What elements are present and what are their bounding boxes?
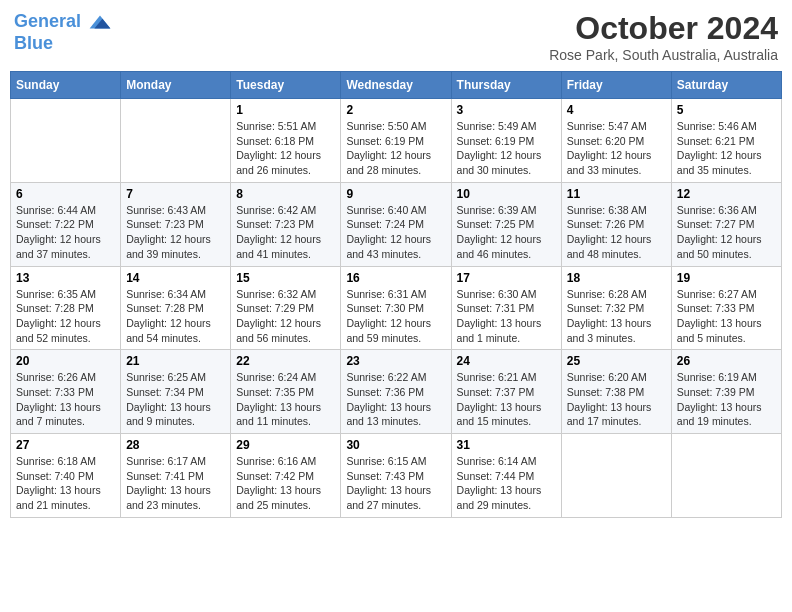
calendar-cell [11, 99, 121, 183]
day-info: Sunrise: 6:38 AM Sunset: 7:26 PM Dayligh… [567, 203, 666, 262]
day-info: Sunrise: 5:51 AM Sunset: 6:18 PM Dayligh… [236, 119, 335, 178]
calendar-cell: 19Sunrise: 6:27 AM Sunset: 7:33 PM Dayli… [671, 266, 781, 350]
calendar-cell: 10Sunrise: 6:39 AM Sunset: 7:25 PM Dayli… [451, 182, 561, 266]
day-info: Sunrise: 6:35 AM Sunset: 7:28 PM Dayligh… [16, 287, 115, 346]
day-number: 5 [677, 103, 776, 117]
day-info: Sunrise: 6:26 AM Sunset: 7:33 PM Dayligh… [16, 370, 115, 429]
day-info: Sunrise: 6:22 AM Sunset: 7:36 PM Dayligh… [346, 370, 445, 429]
calendar-cell: 6Sunrise: 6:44 AM Sunset: 7:22 PM Daylig… [11, 182, 121, 266]
day-number: 29 [236, 438, 335, 452]
calendar-cell: 7Sunrise: 6:43 AM Sunset: 7:23 PM Daylig… [121, 182, 231, 266]
header-day-friday: Friday [561, 72, 671, 99]
day-info: Sunrise: 6:44 AM Sunset: 7:22 PM Dayligh… [16, 203, 115, 262]
day-info: Sunrise: 6:31 AM Sunset: 7:30 PM Dayligh… [346, 287, 445, 346]
day-number: 6 [16, 187, 115, 201]
day-number: 22 [236, 354, 335, 368]
calendar-cell: 12Sunrise: 6:36 AM Sunset: 7:27 PM Dayli… [671, 182, 781, 266]
calendar-cell: 24Sunrise: 6:21 AM Sunset: 7:37 PM Dayli… [451, 350, 561, 434]
day-number: 2 [346, 103, 445, 117]
calendar-cell [671, 434, 781, 518]
day-number: 13 [16, 271, 115, 285]
location-title: Rose Park, South Australia, Australia [549, 47, 778, 63]
month-title: October 2024 [549, 10, 778, 47]
day-info: Sunrise: 6:42 AM Sunset: 7:23 PM Dayligh… [236, 203, 335, 262]
day-info: Sunrise: 6:24 AM Sunset: 7:35 PM Dayligh… [236, 370, 335, 429]
day-number: 16 [346, 271, 445, 285]
calendar-cell: 20Sunrise: 6:26 AM Sunset: 7:33 PM Dayli… [11, 350, 121, 434]
calendar-cell: 2Sunrise: 5:50 AM Sunset: 6:19 PM Daylig… [341, 99, 451, 183]
calendar-table: SundayMondayTuesdayWednesdayThursdayFrid… [10, 71, 782, 518]
calendar-cell [121, 99, 231, 183]
day-info: Sunrise: 6:16 AM Sunset: 7:42 PM Dayligh… [236, 454, 335, 513]
calendar-cell: 14Sunrise: 6:34 AM Sunset: 7:28 PM Dayli… [121, 266, 231, 350]
calendar-cell: 15Sunrise: 6:32 AM Sunset: 7:29 PM Dayli… [231, 266, 341, 350]
day-number: 1 [236, 103, 335, 117]
logo-text: General [14, 10, 112, 34]
calendar-cell: 4Sunrise: 5:47 AM Sunset: 6:20 PM Daylig… [561, 99, 671, 183]
calendar-week-1: 1Sunrise: 5:51 AM Sunset: 6:18 PM Daylig… [11, 99, 782, 183]
day-info: Sunrise: 6:40 AM Sunset: 7:24 PM Dayligh… [346, 203, 445, 262]
calendar-cell: 18Sunrise: 6:28 AM Sunset: 7:32 PM Dayli… [561, 266, 671, 350]
day-number: 15 [236, 271, 335, 285]
header-day-thursday: Thursday [451, 72, 561, 99]
day-number: 10 [457, 187, 556, 201]
calendar-cell: 30Sunrise: 6:15 AM Sunset: 7:43 PM Dayli… [341, 434, 451, 518]
day-info: Sunrise: 6:27 AM Sunset: 7:33 PM Dayligh… [677, 287, 776, 346]
calendar-cell: 11Sunrise: 6:38 AM Sunset: 7:26 PM Dayli… [561, 182, 671, 266]
calendar-cell: 25Sunrise: 6:20 AM Sunset: 7:38 PM Dayli… [561, 350, 671, 434]
day-number: 18 [567, 271, 666, 285]
day-number: 20 [16, 354, 115, 368]
calendar-cell: 8Sunrise: 6:42 AM Sunset: 7:23 PM Daylig… [231, 182, 341, 266]
day-number: 27 [16, 438, 115, 452]
day-info: Sunrise: 5:46 AM Sunset: 6:21 PM Dayligh… [677, 119, 776, 178]
calendar-cell: 29Sunrise: 6:16 AM Sunset: 7:42 PM Dayli… [231, 434, 341, 518]
day-info: Sunrise: 6:18 AM Sunset: 7:40 PM Dayligh… [16, 454, 115, 513]
day-info: Sunrise: 6:15 AM Sunset: 7:43 PM Dayligh… [346, 454, 445, 513]
calendar-cell: 16Sunrise: 6:31 AM Sunset: 7:30 PM Dayli… [341, 266, 451, 350]
day-number: 12 [677, 187, 776, 201]
calendar-header-row: SundayMondayTuesdayWednesdayThursdayFrid… [11, 72, 782, 99]
day-number: 26 [677, 354, 776, 368]
day-number: 8 [236, 187, 335, 201]
header-day-sunday: Sunday [11, 72, 121, 99]
calendar-cell: 22Sunrise: 6:24 AM Sunset: 7:35 PM Dayli… [231, 350, 341, 434]
calendar-week-5: 27Sunrise: 6:18 AM Sunset: 7:40 PM Dayli… [11, 434, 782, 518]
header-day-monday: Monday [121, 72, 231, 99]
page-header: General Blue October 2024 Rose Park, Sou… [10, 10, 782, 63]
logo-icon [88, 10, 112, 34]
calendar-cell: 5Sunrise: 5:46 AM Sunset: 6:21 PM Daylig… [671, 99, 781, 183]
day-info: Sunrise: 6:28 AM Sunset: 7:32 PM Dayligh… [567, 287, 666, 346]
day-number: 3 [457, 103, 556, 117]
day-info: Sunrise: 6:14 AM Sunset: 7:44 PM Dayligh… [457, 454, 556, 513]
day-info: Sunrise: 6:32 AM Sunset: 7:29 PM Dayligh… [236, 287, 335, 346]
day-info: Sunrise: 6:21 AM Sunset: 7:37 PM Dayligh… [457, 370, 556, 429]
header-day-wednesday: Wednesday [341, 72, 451, 99]
day-number: 30 [346, 438, 445, 452]
calendar-cell: 3Sunrise: 5:49 AM Sunset: 6:19 PM Daylig… [451, 99, 561, 183]
calendar-week-2: 6Sunrise: 6:44 AM Sunset: 7:22 PM Daylig… [11, 182, 782, 266]
day-number: 14 [126, 271, 225, 285]
day-number: 9 [346, 187, 445, 201]
logo-text-blue: Blue [14, 34, 112, 54]
calendar-cell: 26Sunrise: 6:19 AM Sunset: 7:39 PM Dayli… [671, 350, 781, 434]
day-number: 31 [457, 438, 556, 452]
calendar-cell: 21Sunrise: 6:25 AM Sunset: 7:34 PM Dayli… [121, 350, 231, 434]
day-info: Sunrise: 6:43 AM Sunset: 7:23 PM Dayligh… [126, 203, 225, 262]
day-info: Sunrise: 6:19 AM Sunset: 7:39 PM Dayligh… [677, 370, 776, 429]
day-info: Sunrise: 6:36 AM Sunset: 7:27 PM Dayligh… [677, 203, 776, 262]
calendar-cell: 17Sunrise: 6:30 AM Sunset: 7:31 PM Dayli… [451, 266, 561, 350]
day-info: Sunrise: 6:20 AM Sunset: 7:38 PM Dayligh… [567, 370, 666, 429]
title-block: October 2024 Rose Park, South Australia,… [549, 10, 778, 63]
day-info: Sunrise: 6:34 AM Sunset: 7:28 PM Dayligh… [126, 287, 225, 346]
day-info: Sunrise: 6:39 AM Sunset: 7:25 PM Dayligh… [457, 203, 556, 262]
calendar-cell: 9Sunrise: 6:40 AM Sunset: 7:24 PM Daylig… [341, 182, 451, 266]
day-number: 21 [126, 354, 225, 368]
calendar-cell: 27Sunrise: 6:18 AM Sunset: 7:40 PM Dayli… [11, 434, 121, 518]
day-number: 7 [126, 187, 225, 201]
day-number: 28 [126, 438, 225, 452]
day-number: 11 [567, 187, 666, 201]
day-info: Sunrise: 5:47 AM Sunset: 6:20 PM Dayligh… [567, 119, 666, 178]
day-number: 23 [346, 354, 445, 368]
calendar-cell: 13Sunrise: 6:35 AM Sunset: 7:28 PM Dayli… [11, 266, 121, 350]
day-info: Sunrise: 5:50 AM Sunset: 6:19 PM Dayligh… [346, 119, 445, 178]
